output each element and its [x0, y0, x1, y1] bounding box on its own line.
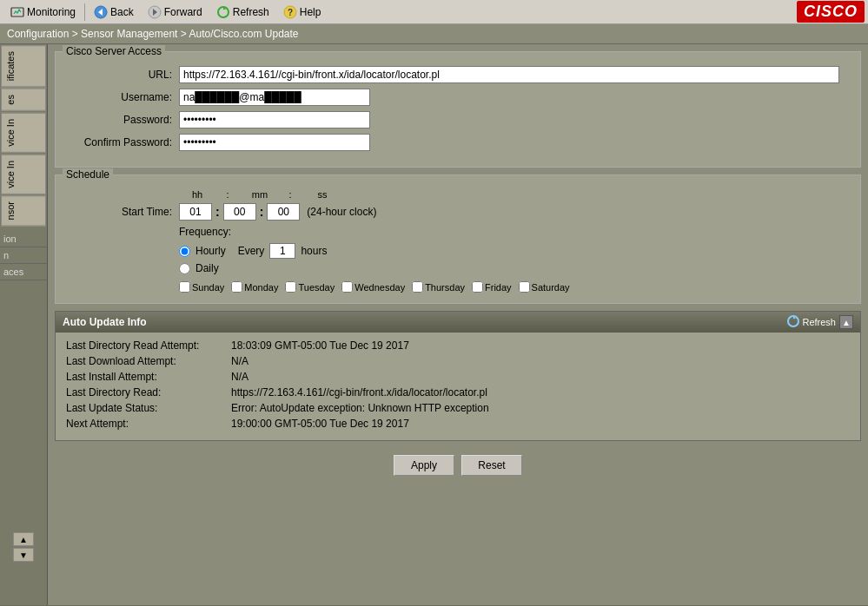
- thursday-checkbox-group: Thursday: [412, 281, 465, 293]
- time-sep-1: :: [215, 205, 220, 219]
- info-key-1: Last Download Attempt:: [66, 355, 231, 367]
- back-label: Back: [110, 6, 134, 18]
- bottom-bar: Apply Reset: [55, 448, 861, 483]
- breadcrumb: Configuration > Sensor Management > Auto…: [0, 24, 868, 44]
- cisco-server-access-legend: Cisco Server Access: [63, 45, 165, 57]
- sidebar-item-vice-in-2[interactable]: vice In: [1, 155, 46, 194]
- info-value-0: 18:03:09 GMT-05:00 Tue Dec 19 2017: [231, 339, 850, 352]
- friday-checkbox[interactable]: [472, 281, 483, 293]
- friday-checkbox-group: Friday: [472, 281, 512, 293]
- daily-radio[interactable]: [179, 263, 190, 274]
- ss-input[interactable]: [267, 203, 300, 221]
- info-value-3: https://72.163.4.161//cgi-bin/front.x/id…: [231, 386, 850, 399]
- info-title: Auto Update Info: [63, 316, 147, 328]
- help-button[interactable]: ? Help: [276, 3, 328, 21]
- info-key-4: Last Update Status:: [66, 402, 231, 414]
- cisco-server-access-group: Cisco Server Access URL: Username: Passw…: [55, 51, 861, 168]
- daily-row: Daily: [179, 262, 850, 274]
- monday-checkbox[interactable]: [231, 281, 242, 293]
- info-row-5: Next Attempt: 19:00:00 GMT-05:00 Tue Dec…: [66, 418, 850, 430]
- sunday-checkbox[interactable]: [179, 281, 190, 293]
- refresh-button[interactable]: Refresh: [209, 3, 276, 21]
- svg-text:?: ?: [288, 8, 293, 17]
- reset-button[interactable]: Reset: [461, 455, 522, 476]
- frequency-label: Frequency:: [179, 226, 231, 238]
- sunday-checkbox-group: Sunday: [179, 281, 224, 293]
- sunday-label: Sunday: [192, 282, 224, 293]
- info-header-actions: Refresh ▲: [787, 315, 853, 329]
- refresh-label: Refresh: [233, 6, 269, 18]
- days-row: Sunday Monday Tuesday Wednesday Thursday: [179, 281, 850, 293]
- monday-label: Monday: [244, 282, 278, 293]
- tuesday-checkbox-group: Tuesday: [285, 281, 335, 293]
- time-sep-2: :: [260, 205, 264, 219]
- info-key-5: Next Attempt:: [66, 418, 231, 430]
- forward-icon: [148, 5, 162, 19]
- sidebar: ificates es vice In vice In nsor ion n a…: [0, 44, 48, 605]
- info-refresh-button[interactable]: Refresh: [787, 315, 836, 329]
- monday-checkbox-group: Monday: [231, 281, 278, 293]
- url-row: URL:: [66, 66, 850, 83]
- daily-label: Daily: [195, 262, 219, 274]
- thursday-checkbox[interactable]: [412, 281, 423, 293]
- sidebar-item-es[interactable]: es: [1, 89, 46, 111]
- saturday-checkbox-group: Saturday: [519, 281, 570, 293]
- sidebar-item-ion[interactable]: ion: [0, 231, 47, 247]
- ss-header: ss: [304, 189, 341, 200]
- schedule-legend: Schedule: [63, 168, 113, 181]
- info-row-2: Last Install Attempt: N/A: [66, 371, 850, 383]
- hh-header: hh: [179, 189, 215, 200]
- info-key-2: Last Install Attempt:: [66, 371, 231, 383]
- forward-label: Forward: [164, 6, 202, 18]
- sidebar-item-vice-in-1[interactable]: vice In: [1, 113, 46, 153]
- help-label: Help: [300, 6, 321, 18]
- sidebar-item-aces[interactable]: aces: [0, 264, 47, 280]
- forward-button[interactable]: Forward: [141, 3, 209, 21]
- tuesday-label: Tuesday: [298, 282, 335, 293]
- username-input[interactable]: [179, 89, 370, 106]
- info-refresh-label: Refresh: [802, 317, 836, 327]
- thursday-label: Thursday: [425, 282, 465, 293]
- mm-input[interactable]: [223, 203, 256, 221]
- password-input[interactable]: [179, 111, 370, 128]
- friday-label: Friday: [485, 282, 512, 293]
- info-collapse-button[interactable]: ▲: [839, 315, 853, 329]
- back-button[interactable]: Back: [87, 3, 141, 21]
- sidebar-item-n[interactable]: n: [0, 247, 47, 264]
- password-label: Password:: [66, 114, 179, 126]
- info-value-4: Error: AutoUpdate exception: Unknown HTT…: [231, 402, 850, 414]
- wednesday-checkbox-group: Wednesday: [341, 281, 405, 293]
- info-row-1: Last Download Attempt: N/A: [66, 355, 850, 367]
- password-row: Password:: [66, 111, 850, 128]
- mm-header: mm: [242, 189, 278, 200]
- confirm-password-label: Confirm Password:: [66, 136, 179, 148]
- nav-up-arrow[interactable]: ▲: [13, 532, 34, 546]
- sidebar-item-ificates[interactable]: ificates: [1, 45, 46, 87]
- sidebar-item-nsor[interactable]: nsor: [1, 195, 46, 226]
- colon1: :: [222, 189, 233, 200]
- confirm-password-row: Confirm Password:: [66, 134, 850, 151]
- wednesday-checkbox[interactable]: [341, 281, 353, 293]
- info-value-1: N/A: [231, 355, 850, 367]
- url-input[interactable]: [179, 66, 839, 83]
- info-body: Last Directory Read Attempt: 18:03:09 GM…: [56, 333, 860, 440]
- monitoring-button[interactable]: Monitoring: [3, 3, 83, 21]
- info-header: Auto Update Info Refresh ▲: [56, 312, 860, 333]
- sidebar-text-items: ion n aces: [0, 231, 47, 280]
- hh-input[interactable]: [179, 203, 212, 221]
- monitoring-icon: [10, 5, 24, 19]
- sidebar-top-tabs: ificates es vice In vice In nsor: [0, 44, 47, 227]
- every-value-input[interactable]: [269, 243, 295, 259]
- hourly-radio[interactable]: [179, 246, 190, 257]
- hours-label: hours: [301, 245, 327, 257]
- tuesday-checkbox[interactable]: [285, 281, 296, 293]
- separator-1: [84, 3, 85, 21]
- info-row-3: Last Directory Read: https://72.163.4.16…: [66, 386, 850, 399]
- breadcrumb-text: Configuration > Sensor Management > Auto…: [7, 28, 299, 40]
- confirm-password-input[interactable]: [179, 134, 370, 151]
- info-key-3: Last Directory Read:: [66, 386, 231, 399]
- cisco-logo: CISCO: [797, 1, 865, 23]
- apply-button[interactable]: Apply: [394, 455, 454, 476]
- saturday-checkbox[interactable]: [519, 281, 530, 293]
- nav-down-arrow[interactable]: ▼: [13, 548, 34, 562]
